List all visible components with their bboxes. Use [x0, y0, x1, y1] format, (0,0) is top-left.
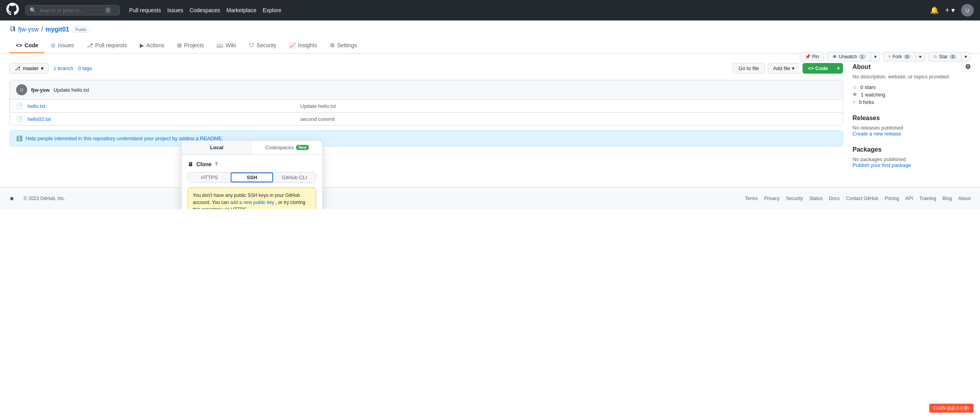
file-icon: 📄	[16, 116, 23, 122]
file-table: U fjw-ysw Update hello.txt 📄 hello.txt U…	[9, 80, 843, 126]
avatar[interactable]: U	[961, 4, 974, 17]
footer-about[interactable]: About	[958, 196, 971, 201]
publish-package-link[interactable]: Publish your first package	[852, 162, 971, 168]
footer-status[interactable]: Status	[809, 196, 823, 201]
about-stats: ☆ 0 stars 👁 1 watching ⑂ 0 forks	[852, 84, 971, 105]
codespaces-tab[interactable]: Codespaces New	[252, 141, 322, 154]
clone-body: 🖥 Clone ? HTTPS SSH GitHub CLI You don't…	[181, 155, 322, 209]
releases-title: Releases	[852, 115, 971, 122]
local-tab[interactable]: Local	[181, 141, 252, 154]
watching-stat: 👁 1 watching	[852, 92, 971, 98]
commit-message: Update hello.txt	[54, 87, 89, 93]
footer-terms[interactable]: Terms	[745, 196, 758, 201]
commit-author: fjw-ysw	[31, 87, 50, 93]
go-to-file-button[interactable]: Go to file	[732, 63, 765, 74]
code-button-dropdown[interactable]: ▾	[834, 63, 843, 74]
branch-count-link[interactable]: 1 branch	[54, 65, 74, 71]
code-button-group: <> Code ▾	[802, 63, 843, 74]
file-name-link[interactable]: hello.txt	[28, 103, 296, 109]
chevron-icon: ▾	[41, 65, 44, 71]
tag-count-link[interactable]: 0 tags	[78, 65, 92, 71]
actions-icon: ▶	[140, 42, 144, 48]
create-release-link[interactable]: Create a new release	[852, 131, 971, 137]
footer-contact[interactable]: Contact GitHub	[846, 196, 878, 201]
releases-section: Releases No releases published Create a …	[852, 115, 971, 137]
tab-wiki[interactable]: 📖 Wiki	[210, 38, 242, 53]
github-cli-tab[interactable]: GitHub CLI	[273, 172, 316, 182]
footer-training[interactable]: Training	[919, 196, 936, 201]
branch-selector[interactable]: ⎇ master ▾	[9, 63, 49, 74]
footer-logo: ●	[9, 194, 14, 203]
info-icon: ℹ️	[16, 135, 22, 141]
repo-main: ⎇ master ▾ 1 branch 0 tags Go to file Ad…	[9, 63, 843, 178]
footer-privacy[interactable]: Privacy	[764, 196, 780, 201]
protocol-tabs: HTTPS SSH GitHub CLI	[188, 172, 316, 183]
stars-stat: ☆ 0 stars	[852, 84, 971, 90]
fork-icon: ⑂	[852, 99, 856, 105]
footer-pricing[interactable]: Pricing	[885, 196, 899, 201]
new-button[interactable]: + ▾	[945, 6, 955, 15]
nav-right: 🔔 + ▾ U	[930, 4, 974, 17]
table-row: 📄 hello02.txt second commit	[10, 113, 843, 125]
forks-stat: ⑂ 0 forks	[852, 99, 971, 105]
ssh-tab[interactable]: SSH	[231, 172, 273, 182]
about-title: About ⚙	[852, 63, 971, 70]
owner-link[interactable]: fjw-ysw	[18, 26, 39, 33]
tab-issues[interactable]: ⊙ Issues	[44, 38, 80, 53]
search-box[interactable]: 🔍 /	[25, 5, 120, 15]
nav-issues[interactable]: Issues	[167, 7, 183, 13]
nav-marketplace[interactable]: Marketplace	[226, 7, 256, 13]
top-nav: 🔍 / Pull requests Issues Codespaces Mark…	[0, 0, 980, 20]
footer-security[interactable]: Security	[786, 196, 803, 201]
code-icon: <>	[16, 42, 22, 48]
repo-tabs: <> Code ⊙ Issues ⎇ Pull requests ▶ Actio…	[9, 38, 971, 53]
tab-projects[interactable]: ⊞ Projects	[171, 38, 211, 53]
footer-docs[interactable]: Docs	[829, 196, 839, 201]
nav-explore[interactable]: Explore	[263, 7, 281, 13]
gear-icon[interactable]: ⚙	[965, 63, 971, 70]
eye-icon: 👁	[852, 92, 858, 98]
repo-sidebar: About ⚙ No description, website, or topi…	[852, 63, 971, 178]
file-name-link[interactable]: hello02.txt	[28, 116, 296, 122]
file-icon: 📄	[16, 103, 23, 109]
notifications-button[interactable]: 🔔	[930, 6, 939, 15]
monitor-icon: 🖥	[188, 161, 193, 167]
warning-box: You don't have any public SSH keys in yo…	[188, 187, 316, 209]
file-commit-msg: second commit	[300, 116, 836, 122]
nav-pull-requests[interactable]: Pull requests	[129, 7, 161, 13]
projects-icon: ⊞	[177, 42, 182, 48]
tab-actions[interactable]: ▶ Actions	[133, 38, 171, 53]
branch-left: ⎇ master ▾ 1 branch 0 tags	[9, 63, 92, 74]
no-packages-text: No packages published	[852, 156, 971, 162]
about-section: About ⚙ No description, website, or topi…	[852, 63, 971, 105]
branch-bar: ⎇ master ▾ 1 branch 0 tags Go to file Ad…	[9, 63, 843, 74]
clone-help-icon[interactable]: ?	[215, 161, 218, 167]
footer-blog[interactable]: Blog	[943, 196, 952, 201]
clone-dropdown: Local Codespaces New 🖥 Clone ? HTTPS SSH…	[181, 140, 323, 209]
tab-insights[interactable]: 📈 Insights	[283, 38, 323, 53]
repo-name-link[interactable]: mygit01	[45, 26, 69, 33]
add-file-group: Add file ▾	[768, 63, 799, 74]
footer-api[interactable]: API	[905, 196, 913, 201]
code-button[interactable]: <> Code	[802, 63, 834, 74]
footer: ● © 2023 GitHub, Inc. Terms Privacy Secu…	[0, 187, 980, 209]
tab-pull-requests[interactable]: ⎇ Pull requests	[80, 38, 133, 53]
add-public-key-link[interactable]: add a new public key	[230, 200, 274, 205]
clone-section-title: 🖥 Clone ?	[188, 161, 316, 167]
issues-icon: ⊙	[51, 42, 55, 48]
breadcrumb: fjw-ysw / mygit01 Public	[9, 25, 971, 33]
add-file-button[interactable]: Add file ▾	[768, 63, 799, 74]
tab-security[interactable]: 🛡 Security	[242, 38, 283, 53]
tab-code[interactable]: <> Code	[9, 38, 44, 53]
github-logo[interactable]	[6, 3, 19, 18]
repo-header: fjw-ysw / mygit01 Public 📌 Pin 👁 Unwatch…	[0, 20, 980, 54]
packages-section: Packages No packages published Publish y…	[852, 146, 971, 168]
nav-codespaces[interactable]: Codespaces	[189, 7, 220, 13]
tab-settings[interactable]: ⚙ Settings	[324, 38, 364, 53]
https-tab[interactable]: HTTPS	[188, 172, 231, 182]
chevron-down-icon: ▾	[792, 65, 795, 71]
slash-badge: /	[105, 7, 111, 13]
file-table-header: U fjw-ysw Update hello.txt	[10, 80, 843, 100]
search-input[interactable]	[39, 7, 102, 13]
table-row: 📄 hello.txt Update hello.txt	[10, 100, 843, 113]
